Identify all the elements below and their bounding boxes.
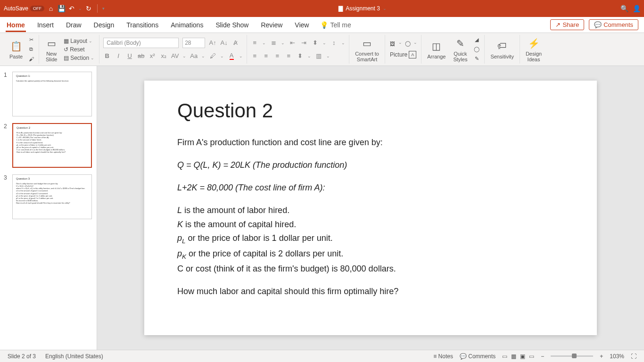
design-ideas-button[interactable]: ⚡ Design Ideas bbox=[524, 36, 544, 63]
slide-title[interactable]: Question 2 bbox=[177, 99, 564, 122]
share-icon: ↗ bbox=[555, 21, 561, 28]
lightbulb-icon: 💡 bbox=[320, 21, 328, 29]
reading-view-icon[interactable]: ▣ bbox=[520, 353, 525, 360]
shape-effects-icon[interactable]: ✎ bbox=[473, 55, 480, 63]
ribbon-toolbar: 📋 Paste ✂ ⧉ 🖌 ▭ New Slide ▦Layout⌄ ↺Rese… bbox=[0, 33, 644, 66]
zoom-level[interactable]: 103% bbox=[610, 353, 624, 360]
thumbnail-slide-2[interactable]: 2 Question 2 Firm A's production functio… bbox=[0, 121, 97, 173]
doc-title-dropdown-icon[interactable]: ⌄ bbox=[383, 6, 387, 11]
decrease-indent-icon[interactable]: ⇤ bbox=[289, 39, 296, 47]
undo-icon[interactable]: ↶ bbox=[68, 5, 75, 12]
slide-text-line: How much labor and capital should this f… bbox=[177, 285, 564, 298]
arrange-icon: ◫ bbox=[430, 40, 443, 53]
superscript-icon[interactable]: x² bbox=[149, 52, 156, 60]
format-painter-icon[interactable]: 🖌 bbox=[27, 55, 35, 63]
undo-dropdown-icon[interactable]: ⌄ bbox=[78, 6, 82, 11]
numbering-icon[interactable]: ≣ bbox=[270, 39, 277, 47]
slide-text-line: pL or the price of labor is 1 dollar per… bbox=[177, 232, 564, 247]
slideshow-view-icon[interactable]: ▭ bbox=[529, 353, 534, 360]
decrease-font-icon[interactable]: A↓ bbox=[220, 39, 228, 47]
bold-icon[interactable]: B bbox=[103, 52, 111, 60]
search-icon[interactable]: 🔍 bbox=[620, 5, 628, 12]
tab-animations[interactable]: Animations bbox=[170, 18, 204, 32]
font-color-icon[interactable]: A bbox=[228, 52, 235, 60]
tab-review[interactable]: Review bbox=[260, 18, 283, 32]
copy-icon[interactable]: ⧉ bbox=[27, 46, 35, 53]
zoom-slider[interactable] bbox=[551, 355, 593, 357]
thumbnail-slide-3[interactable]: 3 Question 3 Omri's utility function and… bbox=[0, 173, 97, 224]
tab-slideshow[interactable]: Slide Show bbox=[215, 18, 249, 32]
increase-indent-icon[interactable]: ⇥ bbox=[300, 39, 307, 47]
thumbnail-slide-1[interactable]: 1 Question 1: Calculate the optimal poin… bbox=[0, 70, 97, 121]
shape-outline-icon[interactable]: ◯ bbox=[473, 46, 480, 53]
cut-icon[interactable]: ✂ bbox=[27, 36, 35, 44]
tab-insert[interactable]: Insert bbox=[36, 18, 55, 32]
paste-button[interactable]: 📋 Paste bbox=[8, 39, 25, 60]
line-spacing-icon[interactable]: ⬍ bbox=[311, 39, 319, 47]
picture-insert-icon[interactable]: 🖼 bbox=[389, 40, 396, 48]
reset-button[interactable]: ↺Reset bbox=[63, 46, 95, 53]
tab-home[interactable]: Home bbox=[6, 18, 26, 32]
zoom-out-button[interactable]: − bbox=[541, 353, 544, 360]
comments-button[interactable]: 💬 Comments bbox=[589, 19, 638, 30]
section-button[interactable]: ▤Section⌄ bbox=[63, 54, 95, 62]
slide[interactable]: Question 2 Firm A's production function … bbox=[144, 81, 597, 335]
zoom-slider-thumb[interactable] bbox=[572, 354, 577, 358]
align-text-icon[interactable]: ⬍ bbox=[296, 52, 304, 60]
tab-transitions[interactable]: Transitions bbox=[125, 18, 159, 32]
slide-body[interactable]: Firm A's production function and cost li… bbox=[177, 136, 564, 298]
change-case-icon[interactable]: Aa bbox=[190, 52, 198, 60]
tab-design[interactable]: Design bbox=[93, 18, 116, 32]
tab-view[interactable]: View bbox=[294, 18, 310, 32]
char-spacing-icon[interactable]: AV bbox=[171, 52, 179, 60]
align-left-icon[interactable]: ≡ bbox=[251, 52, 258, 60]
redo-icon[interactable]: ↻ bbox=[85, 5, 92, 12]
slide-text-line: L+2K = 80,000 (The cost line of firm A): bbox=[177, 181, 564, 195]
quick-styles-label: Quick Styles bbox=[453, 51, 467, 62]
autosave-toggle[interactable]: AutoSave OFF bbox=[4, 5, 44, 12]
quick-styles-button[interactable]: ✎ Quick Styles bbox=[451, 36, 469, 63]
underline-icon[interactable]: U bbox=[126, 52, 133, 60]
subscript-icon[interactable]: x₂ bbox=[160, 52, 167, 60]
italic-icon[interactable]: I bbox=[115, 52, 122, 60]
save-icon[interactable]: 💾 bbox=[58, 5, 65, 12]
increase-font-icon[interactable]: A↑ bbox=[209, 39, 216, 47]
bullets-icon[interactable]: ≡ bbox=[251, 39, 258, 47]
doc-title[interactable]: Assignment 3 bbox=[346, 5, 380, 12]
justify-icon[interactable]: ≡ bbox=[285, 52, 292, 60]
sensitivity-button[interactable]: 🏷 Sensitivity bbox=[488, 39, 516, 60]
arrange-button[interactable]: ◫ Arrange bbox=[425, 39, 447, 60]
tab-draw[interactable]: Draw bbox=[65, 18, 83, 32]
new-slide-icon: ▭ bbox=[45, 37, 58, 50]
thumbnail-panel[interactable]: 1 Question 1: Calculate the optimal poin… bbox=[0, 66, 97, 350]
layout-button[interactable]: ▦Layout⌄ bbox=[63, 37, 95, 45]
account-icon[interactable]: 👤 bbox=[633, 5, 640, 12]
text-direction-icon[interactable]: ↕ bbox=[330, 39, 338, 47]
fit-to-window-icon[interactable]: ⛶ bbox=[631, 353, 636, 360]
font-size-select[interactable] bbox=[182, 38, 205, 48]
slide-canvas-area[interactable]: Question 2 Firm A's production function … bbox=[97, 66, 644, 350]
home-icon[interactable]: ⌂ bbox=[47, 5, 55, 12]
slide-sorter-icon[interactable]: ▦ bbox=[511, 353, 516, 360]
share-button[interactable]: ↗ Share bbox=[550, 19, 584, 30]
notes-button[interactable]: ≡ Notes bbox=[433, 353, 453, 360]
titlebar: AutoSave OFF ⌂ 💾 ↶ ⌄ ↻ ▾ ▇ Assignment 3 … bbox=[0, 0, 644, 17]
convert-smartart-button[interactable]: ▭ Convert to SmartArt bbox=[353, 36, 381, 63]
highlight-icon[interactable]: 🖊 bbox=[209, 52, 216, 60]
picture-button[interactable]: PictureA bbox=[389, 50, 417, 59]
font-name-select[interactable] bbox=[103, 38, 179, 48]
shape-fill-icon[interactable]: ◢ bbox=[473, 36, 480, 44]
columns-icon[interactable]: ▥ bbox=[315, 52, 322, 60]
align-right-icon[interactable]: ≡ bbox=[273, 52, 281, 60]
clear-format-icon[interactable]: A̷ bbox=[231, 39, 239, 47]
align-center-icon[interactable]: ≡ bbox=[262, 52, 270, 60]
new-slide-button[interactable]: ▭ New Slide bbox=[43, 36, 60, 63]
slide-counter[interactable]: Slide 2 of 3 bbox=[8, 353, 36, 360]
language-indicator[interactable]: English (United States) bbox=[45, 353, 103, 360]
tellme[interactable]: 💡 Tell me bbox=[320, 21, 351, 29]
statusbar-comments-button[interactable]: 💬 Comments bbox=[460, 353, 495, 360]
zoom-in-button[interactable]: + bbox=[600, 353, 603, 360]
normal-view-icon[interactable]: ▭ bbox=[502, 353, 507, 360]
shapes-icon[interactable]: ◯ bbox=[404, 40, 412, 48]
strike-icon[interactable]: ab bbox=[137, 52, 145, 60]
